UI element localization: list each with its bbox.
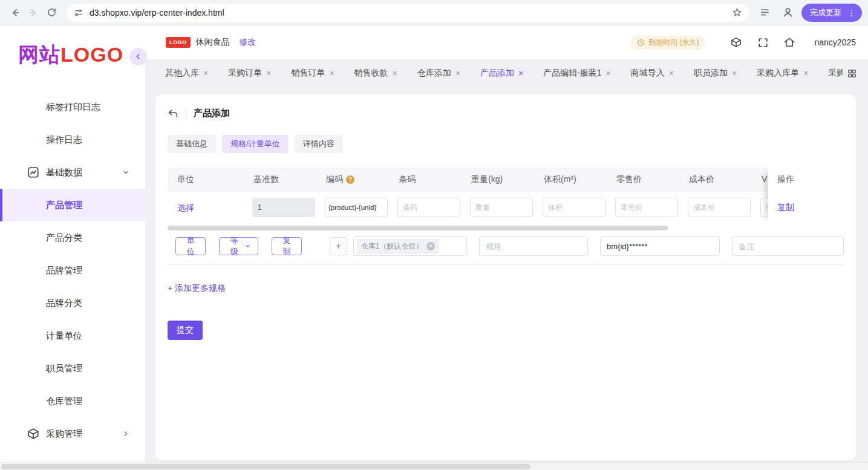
reading-list-button[interactable] [755,4,774,22]
note-input[interactable] [732,237,844,256]
unit-button[interactable]: 单位 [175,237,206,255]
browser-back-button[interactable] [6,4,24,22]
tab-other-inbound[interactable]: 其他入库× [165,68,208,79]
browser-update-button[interactable]: 完成更新 ⋮ [801,4,862,22]
tab-purchase-order[interactable]: 采购订单× [228,68,271,79]
sidebar-menu: 标签打印日志 操作日志 基础数据 产品管理 产品分类 品牌管理 [0,91,145,450]
tab-purchase-inbound-order[interactable]: 采购入库单× [757,68,808,79]
spec-controls-row: 单位 等级 复制 + 仓库1（默认仓位） × [168,237,844,265]
app-center-button[interactable] [729,36,743,49]
sidebar-item-brand-management[interactable]: 品牌管理 [0,254,145,287]
weight-input[interactable] [470,198,533,217]
sidebar-item-label: 品牌管理 [46,265,82,276]
code-input[interactable] [325,198,388,217]
spec-input[interactable] [479,237,588,256]
grade-dropdown-button[interactable]: 等级 [219,237,258,255]
profile-button[interactable] [778,4,797,22]
close-tab-icon[interactable]: × [518,69,523,77]
sidebar-item-base-data[interactable]: 基础数据 [0,156,145,189]
sidebar-item-label: 标签打印日志 [46,102,100,113]
tab-warehouse-add[interactable]: 仓库添加× [417,68,460,79]
expire-badge-label: 到期时间 (永久) [648,38,699,48]
scrollbar-thumb[interactable] [1,464,530,469]
warehouse-select[interactable]: 仓库1（默认仓位） × [353,237,467,256]
arrow-right-icon [28,7,39,18]
page-title: 产品添加 [194,108,230,119]
sidebar-collapse-button[interactable] [129,48,147,65]
close-tab-icon[interactable]: × [329,69,334,77]
sidebar-item-label-print-log[interactable]: 标签打印日志 [0,91,145,123]
logo-text-secondary: LOGO [60,43,123,66]
table-horizontal-scrollbar[interactable] [168,226,844,230]
close-tab-icon[interactable]: × [455,69,460,77]
sidebar-item-warehouse-management[interactable]: 仓库管理 [0,385,145,417]
address-bar[interactable]: d3.shopxo.vip/erp-center-index.html [67,4,749,22]
browser-forward-button[interactable] [24,4,42,22]
close-tab-icon[interactable]: × [803,69,808,77]
content-area: 产品添加 基础信息 规格/计量单位 详情内容 单位 基准数 编码? 条码 重量(… [145,87,868,470]
add-more-spec-link[interactable]: + 添加更多规格 [168,283,226,294]
sidebar-item-staff-management[interactable]: 职员管理 [0,352,145,385]
tab-detail-content[interactable]: 详情内容 [295,135,343,153]
tab-product-add[interactable]: 产品添加× [480,68,523,79]
table-header-row: 单位 基准数 编码? 条码 重量(kg) 体积(m³) 零售价 成本价 VIP价 [168,168,844,192]
close-tab-icon[interactable]: × [669,69,674,77]
sidebar-item-operation-log[interactable]: 操作日志 [0,123,145,156]
close-tab-icon[interactable]: × [203,69,208,77]
package-icon [730,36,742,48]
tab-product-edit-clothing[interactable]: 产品编辑-服装1× [543,68,611,79]
cost-price-input[interactable] [688,198,751,217]
remove-tag-icon[interactable]: × [426,242,435,250]
tab-overview-button[interactable] [843,64,861,82]
tab-sales-order[interactable]: 销售订单× [291,68,334,79]
spec-code-input[interactable] [600,237,720,256]
copy-spec-button[interactable]: 复制 [272,237,302,255]
column-header: 成本价 [689,174,714,185]
card-title-row: 产品添加 [168,108,844,119]
close-tab-icon[interactable]: × [606,69,611,77]
arrow-left-icon [10,7,21,18]
tab-sales-receipt[interactable]: 销售收款× [354,68,397,79]
base-qty-input[interactable] [252,198,315,217]
scrollbar-thumb[interactable] [168,226,668,230]
site-settings-icon[interactable] [74,8,83,18]
copy-row-link[interactable]: 复制 [777,202,794,213]
browser-right-controls: 完成更新 ⋮ [755,4,862,22]
sidebar-item-product-management[interactable]: 产品管理 [0,189,145,221]
retail-price-input[interactable] [615,198,678,217]
sidebar-item-product-category[interactable]: 产品分类 [0,221,145,254]
close-tab-icon[interactable]: × [393,69,397,77]
sidebar-item-label: 职员管理 [46,363,82,374]
barcode-input[interactable] [397,198,460,217]
kebab-menu-icon[interactable]: ⋮ [847,8,856,17]
workspace-tabs: 其他入库× 采购订单× 销售订单× 销售收款× 仓库添加× 产品添加× 产品编辑… [165,68,843,79]
page-horizontal-scrollbar[interactable] [0,462,868,470]
operation-column: 操作 复制 [768,168,844,223]
tab-staff-add[interactable]: 职员添加× [694,68,737,79]
sidebar-item-brand-category[interactable]: 品牌分类 [0,287,145,319]
close-tab-icon[interactable]: × [732,69,737,77]
tab-purchase-clipped[interactable]: 采购× [828,68,843,79]
fullscreen-button[interactable] [756,36,769,49]
back-button[interactable] [168,108,178,119]
sidebar-item-measure-unit[interactable]: 计量单位 [0,319,145,352]
add-warehouse-button[interactable]: + [330,237,347,255]
column-header: 操作 [777,174,794,185]
edit-store-link[interactable]: 修改 [240,37,256,48]
volume-input[interactable] [543,198,605,217]
help-icon[interactable]: ? [346,175,354,184]
tab-basic-info[interactable]: 基础信息 [168,135,216,153]
select-unit-link[interactable]: 选择 [176,203,194,212]
bookmark-star-icon[interactable] [732,7,742,18]
sidebar-item-purchase-management[interactable]: 采购管理 [0,417,145,450]
close-tab-icon[interactable]: × [266,69,271,77]
tab-mall-import[interactable]: 商城导入× [631,68,674,79]
tab-spec-unit[interactable]: 规格/计量单位 [222,135,289,153]
warehouse-tag: 仓库1（默认仓位） × [357,239,440,254]
username[interactable]: nancy2025 [814,38,856,47]
url-text[interactable]: d3.shopxo.vip/erp-center-index.html [90,8,732,18]
sidebar-item-label: 采购管理 [46,428,82,440]
home-button[interactable] [783,36,796,49]
submit-button[interactable]: 提交 [168,321,203,340]
browser-refresh-button[interactable] [42,4,60,22]
